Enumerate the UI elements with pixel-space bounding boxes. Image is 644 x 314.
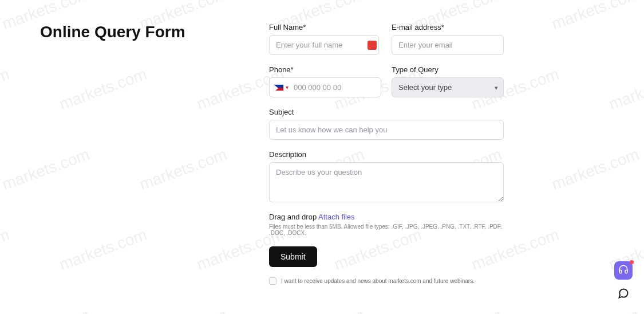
query-type-label: Type of Query	[392, 65, 504, 74]
file-hint: Files must be less than 5MB. Allowed fil…	[269, 223, 504, 236]
extension-badge-icon[interactable]	[368, 41, 377, 50]
consent-text: I want to receive updates and news about…	[281, 278, 475, 284]
attach-files-link[interactable]: Attach files	[318, 213, 355, 221]
description-label: Description	[269, 150, 504, 159]
page-title: Online Query Form	[40, 23, 269, 41]
email-input[interactable]	[392, 35, 504, 55]
full-name-label: Full Name*	[269, 23, 381, 32]
consent-checkbox[interactable]	[269, 277, 276, 285]
flag-icon	[274, 84, 284, 91]
phone-label: Phone*	[269, 65, 381, 74]
full-name-input[interactable]	[269, 35, 379, 55]
email-label: E-mail address*	[392, 23, 504, 32]
query-form: Full Name* E-mail address* Phone* ▾	[269, 23, 504, 285]
attach-files-area[interactable]: Drag and drop Attach files	[269, 213, 504, 221]
drag-drop-text: Drag and drop	[269, 213, 318, 221]
subject-input[interactable]	[269, 120, 504, 140]
country-code-selector[interactable]: ▾	[274, 84, 289, 91]
submit-button[interactable]: Submit	[269, 246, 317, 267]
description-textarea[interactable]	[269, 162, 504, 202]
query-type-select[interactable]: Select your type	[392, 77, 504, 97]
subject-label: Subject	[269, 108, 504, 116]
